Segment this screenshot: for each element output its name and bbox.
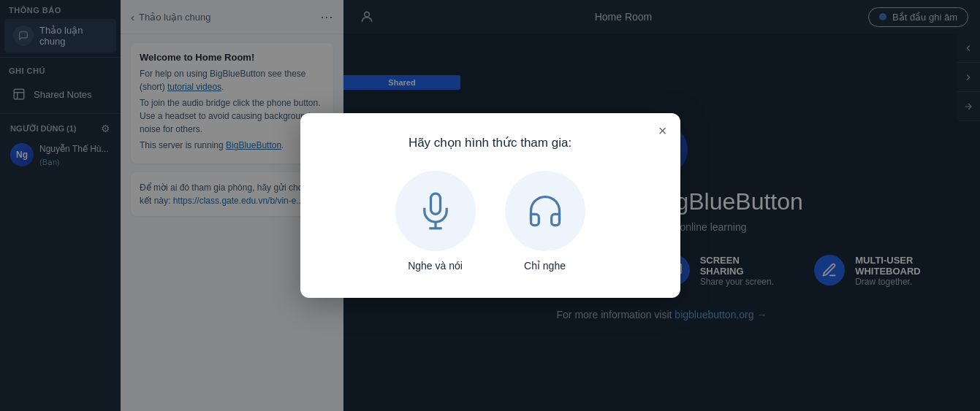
listen-speak-option[interactable]: Nghe và nói: [395, 171, 476, 272]
listen-speak-circle: [395, 171, 476, 251]
listen-speak-label: Nghe và nói: [408, 260, 463, 272]
listen-only-circle: [505, 171, 585, 251]
audio-modal: × Hãy chọn hình thức tham gia: Nghe và n…: [300, 113, 680, 298]
modal-close-button[interactable]: ×: [658, 123, 667, 138]
modal-overlay: × Hãy chọn hình thức tham gia: Nghe và n…: [0, 0, 980, 411]
microphone-icon: [417, 192, 455, 230]
modal-title: Hãy chọn hình thức tham gia:: [330, 135, 651, 150]
headphone-icon: [526, 192, 564, 230]
modal-options: Nghe và nói Chỉ nghe: [330, 171, 651, 272]
listen-only-label: Chỉ nghe: [524, 260, 566, 272]
listen-only-option[interactable]: Chỉ nghe: [505, 171, 585, 272]
